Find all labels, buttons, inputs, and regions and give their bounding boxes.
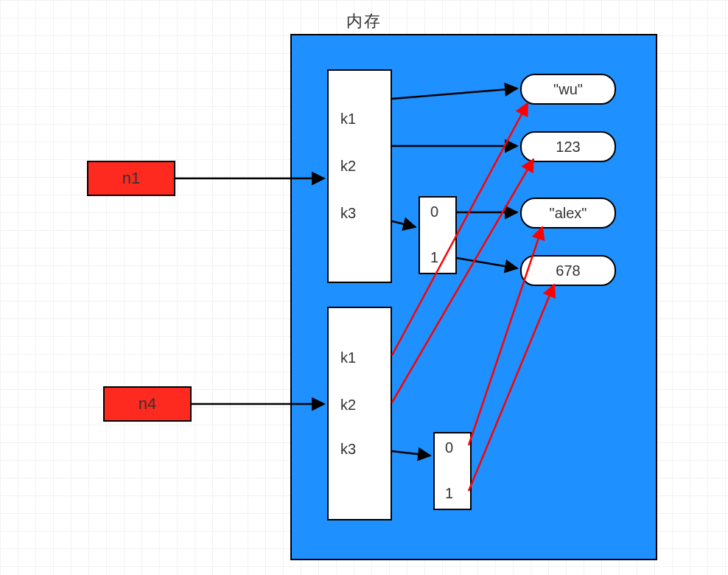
dict2-k2: k2 [340,397,356,414]
dict2-k1: k1 [340,349,356,366]
dict2-box [327,307,392,520]
list2-0: 0 [445,439,453,456]
value-123-label: 123 [556,139,580,156]
list2-1: 1 [445,485,453,502]
dict1-k1: k1 [340,111,356,128]
value-678-label: 678 [556,262,580,279]
dict1-k2: k2 [340,158,356,175]
var-n4: n4 [103,386,192,422]
var-n1-label: n1 [122,169,140,188]
value-alex: "alex" [520,198,616,229]
value-wu-label: "wu" [553,81,583,98]
dict1-box [327,69,392,283]
var-n4-label: n4 [139,394,156,414]
dict1-k3: k3 [340,205,356,222]
value-wu: "wu" [520,74,616,105]
dict2-k3: k3 [340,441,356,458]
value-678: 678 [520,255,616,286]
list1-0: 0 [430,203,438,220]
var-n1: n1 [87,161,175,196]
value-123: 123 [520,131,616,162]
memory-title: 内存 [0,10,728,32]
value-alex-label: "alex" [550,205,587,222]
diagram-canvas: 内存 n1 n4 k1 k2 k3 0 1 k1 k2 k3 0 1 "wu" … [0,0,728,575]
list1-1: 1 [430,249,438,266]
